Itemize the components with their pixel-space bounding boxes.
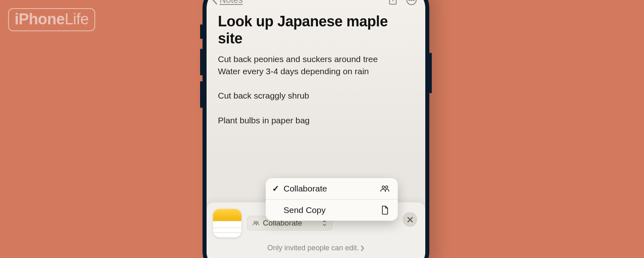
watermark-logo: iPhoneLife [8,8,95,31]
svg-point-5 [254,221,256,224]
popup-item-send-copy[interactable]: Send Copy [266,200,398,221]
share-sheet: Collaborate ✓ Collaborate [207,202,425,258]
nav-actions [387,0,417,6]
note-line: Cut back peonies and suckers around tree [218,53,414,65]
note-content[interactable]: Look up Japanese maple site Cut back peo… [207,11,425,127]
svg-point-10 [386,186,388,188]
navbar: Notes [207,0,425,11]
popup-item-collaborate[interactable]: ✓ Collaborate [266,178,398,200]
back-label: Notes [220,0,243,5]
checkmark-icon: ✓ [272,184,279,194]
note-title: Look up Japanese maple site [218,13,414,47]
svg-point-3 [411,0,412,0]
side-button [200,81,203,108]
side-button [200,24,203,39]
side-button [200,49,203,75]
share-mode-popup: ✓ Collaborate Send Copy [266,178,398,221]
close-button[interactable] [403,212,417,227]
blank-line [218,102,414,114]
people-icon [252,220,260,226]
popup-item-label: Send Copy [284,205,326,215]
people-icon [380,184,390,194]
chevron-right-icon [360,245,365,251]
blank-line [218,77,414,90]
svg-point-2 [409,0,410,0]
permission-text: Only invited people can edit. [267,244,359,252]
svg-point-6 [256,221,258,224]
share-icon[interactable] [387,0,399,6]
document-icon [380,205,390,215]
back-button[interactable]: Notes [211,0,243,5]
notes-app-icon [213,209,241,237]
side-button [429,53,432,93]
more-icon[interactable] [406,0,417,6]
svg-point-4 [413,0,414,0]
note-line: Plant bulbs in paper bag [218,114,414,127]
svg-point-9 [382,186,384,188]
note-line: Cut back scraggly shrub [218,90,414,102]
permission-row[interactable]: Only invited people can edit. [213,244,419,252]
screen: Notes Look up Japanese maple site Cut ba… [207,0,425,258]
close-icon [407,217,413,223]
note-body: Cut back peonies and suckers around tree… [218,53,414,127]
popup-item-label: Collaborate [284,184,327,194]
phone-frame: Notes Look up Japanese maple site Cut ba… [203,0,429,258]
note-line: Water every 3-4 days depending on rain [218,65,414,77]
chevron-left-icon [211,0,219,5]
